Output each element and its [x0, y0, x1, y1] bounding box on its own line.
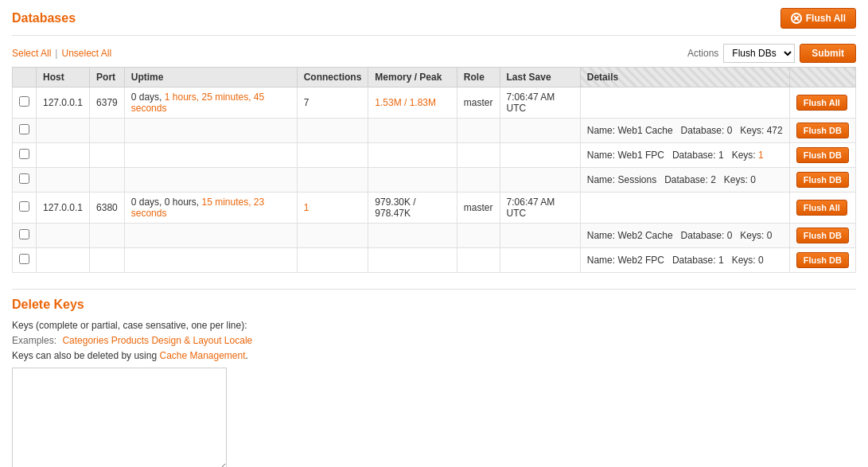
col-uptime: Uptime: [124, 68, 297, 88]
table-row: 127.0.0.163790 days, 1 hours, 25 minutes…: [13, 88, 856, 119]
cell-uptime: 0 days, 1 hours, 25 minutes, 45 seconds: [124, 88, 297, 119]
sub-row-checkbox[interactable]: [19, 229, 29, 239]
flush-db-button[interactable]: Flush DB: [796, 172, 849, 188]
cache-management-link[interactable]: Cache Management: [159, 350, 245, 361]
table-row: Name: Web2 Cache Database: 0 Keys: 0Flus…: [13, 224, 856, 248]
cache-note-suffix: .: [246, 350, 248, 361]
example-locale[interactable]: Locale: [224, 335, 252, 346]
col-checkbox: [13, 68, 37, 88]
memory-value: 1.53M / 1.83M: [375, 97, 436, 108]
toolbar: Select All | Unselect All Actions Flush …: [12, 44, 856, 63]
col-port: Port: [90, 68, 125, 88]
databases-table: Host Port Uptime Connections Memory / Pe…: [12, 67, 856, 273]
cell-sub-action: Flush DB: [789, 224, 855, 248]
flush-db-button[interactable]: Flush DB: [796, 123, 849, 138]
cell-sub-action: Flush DB: [789, 143, 855, 168]
cell-sub-action: Flush DB: [789, 119, 855, 143]
sub-row-checkbox[interactable]: [19, 254, 29, 264]
table-row: Name: Web1 Cache Database: 0 Keys: 472Fl…: [13, 119, 856, 143]
cell-host: 127.0.0.1: [37, 193, 90, 224]
cell-action: Flush All: [789, 193, 855, 224]
uptime-plain: 0 days, 0 hours,: [131, 197, 202, 208]
keys-textarea[interactable]: [12, 368, 227, 467]
table-row: Name: Sessions Database: 2 Keys: 0Flush …: [13, 168, 856, 193]
example-design-layout[interactable]: Design & Layout: [151, 335, 221, 346]
cell-sub-details: Name: Web2 Cache Database: 0 Keys: 0: [580, 224, 789, 248]
select-all-button[interactable]: Select All: [12, 48, 51, 59]
flush-all-row-button[interactable]: Flush All: [796, 95, 847, 111]
cell-details: [580, 193, 789, 224]
cell-connections: 1: [297, 193, 368, 224]
cell-port: 6380: [90, 193, 125, 224]
page-title: Databases: [12, 11, 76, 25]
cell-memory: 1.53M / 1.83M: [368, 88, 457, 119]
cell-memory: 979.30K / 978.47K: [368, 193, 457, 224]
connections-value: 1: [304, 202, 309, 213]
cell-uptime: 0 days, 0 hours, 15 minutes, 23 seconds: [124, 193, 297, 224]
row-checkbox[interactable]: [19, 201, 29, 212]
examples-row: Examples: Categories Products Design & L…: [12, 335, 856, 346]
table-row: Name: Web1 FPC Database: 1 Keys: 1Flush …: [13, 143, 856, 168]
col-memory: Memory / Peak: [368, 68, 457, 88]
flush-db-button[interactable]: Flush DB: [796, 252, 849, 268]
cell-sub-details: Name: Web1 FPC Database: 1 Keys: 1: [580, 143, 789, 168]
col-role: Role: [457, 68, 500, 88]
cell-role: master: [457, 193, 500, 224]
col-lastsave: Last Save: [500, 68, 580, 88]
toolbar-right: Actions Flush DBs Submit: [687, 44, 856, 63]
sub-row-checkbox[interactable]: [19, 149, 29, 159]
col-connections: Connections: [297, 68, 368, 88]
uptime-plain: 0 days,: [131, 91, 165, 103]
cell-lastsave: 7:06:47 AM UTC: [500, 193, 580, 224]
cell-sub-details: Name: Web1 Cache Database: 0 Keys: 472: [580, 119, 789, 143]
cell-action: Flush All: [789, 88, 855, 119]
unselect-all-button[interactable]: Unselect All: [61, 48, 111, 59]
cell-sub-action: Flush DB: [789, 248, 855, 273]
keys-label: Keys (complete or partial, case sensativ…: [12, 320, 856, 331]
delete-keys-title: Delete Keys: [12, 298, 856, 312]
actions-select[interactable]: Flush DBs: [723, 44, 795, 63]
cell-details: [580, 88, 789, 119]
delete-keys-section: Delete Keys Keys (complete or partial, c…: [12, 289, 856, 467]
cell-connections: 7: [297, 88, 368, 119]
cache-note: Keys can also be deleted by using Cache …: [12, 350, 856, 361]
cell-lastsave: 7:06:47 AM UTC: [500, 88, 580, 119]
col-details: Details: [580, 68, 789, 88]
row-checkbox[interactable]: [19, 96, 29, 107]
cell-host: 127.0.0.1: [37, 88, 90, 119]
cell-sub-details: Name: Sessions Database: 2 Keys: 0: [580, 168, 789, 193]
cell-sub-details: Name: Web2 FPC Database: 1 Keys: 0: [580, 248, 789, 273]
flush-db-button[interactable]: Flush DB: [796, 228, 849, 243]
actions-label: Actions: [687, 48, 718, 59]
example-products[interactable]: Products: [111, 335, 149, 346]
table-row: 127.0.0.163800 days, 0 hours, 15 minutes…: [13, 193, 856, 224]
table-row: Name: Web2 FPC Database: 1 Keys: 0Flush …: [13, 248, 856, 273]
col-host: Host: [37, 68, 90, 88]
circle-x-icon: [791, 13, 802, 24]
cell-role: master: [457, 88, 500, 119]
cell-sub-action: Flush DB: [789, 168, 855, 193]
cell-port: 6379: [90, 88, 125, 119]
example-categories[interactable]: Categories: [62, 335, 108, 346]
sub-row-checkbox[interactable]: [19, 173, 29, 184]
col-actions: [789, 68, 855, 88]
flush-all-top-button[interactable]: Flush All: [780, 8, 856, 29]
examples-prefix: Examples:: [12, 335, 56, 346]
separator: |: [55, 48, 57, 59]
toolbar-left: Select All | Unselect All: [12, 48, 111, 59]
sub-row-checkbox[interactable]: [19, 124, 29, 134]
submit-button[interactable]: Submit: [800, 44, 856, 63]
cache-note-plain: Keys can also be deleted by using: [12, 350, 159, 361]
flush-all-row-button[interactable]: Flush All: [796, 200, 847, 216]
flush-db-button[interactable]: Flush DB: [796, 147, 849, 163]
